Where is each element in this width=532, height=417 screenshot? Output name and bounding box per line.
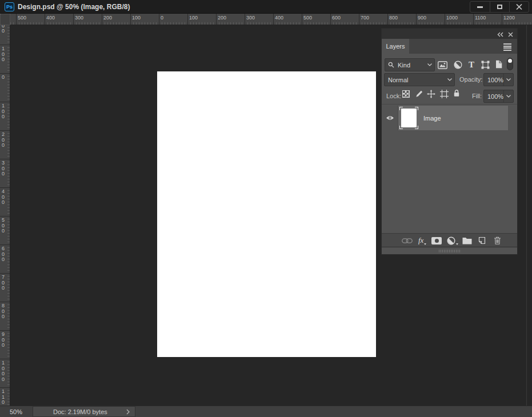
move-icon xyxy=(427,90,435,98)
close-icon xyxy=(516,4,522,10)
ruler-label: 600 xyxy=(332,15,341,21)
ruler-label: 900 xyxy=(2,332,6,348)
type-icon: T xyxy=(469,60,474,70)
layers-panel: Layers Kind T Norm xyxy=(382,29,517,254)
panel-menu-button[interactable] xyxy=(503,43,511,51)
lock-all-button[interactable] xyxy=(453,89,460,97)
image-icon xyxy=(438,61,447,69)
ruler-label: 900 xyxy=(418,15,426,21)
ruler-label: 100 xyxy=(2,46,6,63)
close-icon xyxy=(508,32,513,37)
vertical-ruler[interactable]: 2001000100200300400500600700800900100011… xyxy=(0,25,10,406)
panel-bottom-toolbar: fx xyxy=(382,233,517,247)
doc-info-box[interactable]: Doc: 2.19M/0 bytes xyxy=(33,406,135,417)
blend-mode-dropdown[interactable]: Normal xyxy=(384,73,455,86)
ruler-label: 1100 xyxy=(2,389,6,406)
ruler-corner-box[interactable] xyxy=(0,14,10,25)
lock-label: Lock: xyxy=(386,93,401,99)
shape-filter-button[interactable] xyxy=(481,61,490,69)
panel-close-button[interactable] xyxy=(508,31,513,38)
ruler-label: 1100 xyxy=(475,15,486,21)
lock-transparency-button[interactable] xyxy=(402,90,410,98)
link-layers-button[interactable] xyxy=(402,238,413,243)
toggle-pill-icon xyxy=(508,59,512,63)
ruler-label: 0 xyxy=(161,15,163,21)
doc-info: Doc: 2.19M/0 bytes xyxy=(53,408,107,415)
window-controls xyxy=(470,1,529,13)
chevron-down-icon xyxy=(506,95,511,98)
ruler-label: 800 xyxy=(389,15,398,21)
new-layer-icon xyxy=(478,236,486,244)
maximize-button[interactable] xyxy=(490,2,509,12)
panel-resize-grip[interactable] xyxy=(439,250,460,252)
zoom-level-field[interactable]: 50% xyxy=(0,406,33,417)
adjustment-filter-button[interactable] xyxy=(454,61,462,69)
eye-icon xyxy=(386,115,394,121)
close-button[interactable] xyxy=(509,2,529,12)
kind-filter-value: Kind xyxy=(394,62,425,69)
new-layer-button[interactable] xyxy=(478,236,486,244)
link-icon xyxy=(402,238,413,243)
titlebar[interactable]: Ps Design.psd @ 50% (Image, RGB/8) xyxy=(0,0,532,14)
document-canvas[interactable] xyxy=(157,71,376,357)
adjustment-layer-button[interactable] xyxy=(447,236,455,245)
ruler-label: 300 xyxy=(75,15,83,21)
ruler-label: 1000 xyxy=(446,15,458,21)
ruler-label: 500 xyxy=(18,15,26,21)
ruler-label: 100 xyxy=(2,103,6,120)
smart-object-filter-button[interactable] xyxy=(495,60,502,69)
layer-style-button[interactable]: fx xyxy=(418,236,423,245)
chevron-down-icon xyxy=(447,78,452,81)
photoshop-window: Ps Design.psd @ 50% (Image, RGB/8) 50040… xyxy=(0,0,532,417)
minimize-button[interactable] xyxy=(470,2,490,12)
artboard-icon xyxy=(440,90,449,98)
add-mask-button[interactable] xyxy=(431,237,442,244)
fill-combo[interactable]: 100% xyxy=(483,90,514,103)
lock-pixels-button[interactable] xyxy=(415,90,423,98)
ruler-label: 800 xyxy=(2,303,6,320)
fill-value: 100% xyxy=(484,93,503,100)
panel-header-strip xyxy=(382,29,517,39)
type-filter-button[interactable]: T xyxy=(469,60,474,70)
ruler-label: 1000 xyxy=(2,360,6,382)
panel-tab-bar: Layers xyxy=(382,39,517,54)
layer-row-content[interactable]: Image xyxy=(398,106,508,130)
brush-icon xyxy=(415,90,423,98)
mask-icon xyxy=(431,237,442,244)
lock-artboard-button[interactable] xyxy=(440,90,449,98)
panel-collapse-button[interactable] xyxy=(497,31,503,38)
page-icon xyxy=(495,60,502,69)
ruler-label: 500 xyxy=(303,15,312,21)
minimize-icon xyxy=(477,6,483,8)
kind-filter-dropdown[interactable]: Kind xyxy=(385,58,435,71)
delete-layer-button[interactable] xyxy=(494,236,501,244)
trash-icon xyxy=(494,236,501,244)
window-edge-divider xyxy=(526,25,527,406)
group-layers-button[interactable] xyxy=(462,237,472,244)
lock-position-button[interactable] xyxy=(427,90,435,98)
layer-row[interactable]: Image xyxy=(382,106,517,130)
ruler-label: 700 xyxy=(2,275,6,291)
panel-resize-strip[interactable] xyxy=(382,247,517,254)
zoom-level: 50% xyxy=(10,408,22,415)
shape-icon xyxy=(481,61,490,69)
ruler-label: 200 xyxy=(218,15,226,21)
fx-icon: fx xyxy=(418,236,423,245)
tab-layers[interactable]: Layers xyxy=(382,39,409,54)
ruler-label: 500 xyxy=(2,218,6,234)
layer-thumbnail[interactable] xyxy=(401,109,417,127)
visibility-toggle[interactable] xyxy=(382,106,398,130)
horizontal-ruler[interactable]: 5004003002001000100200300400500600700800… xyxy=(10,14,532,25)
ruler-label: 200 xyxy=(2,25,6,34)
opacity-combo[interactable]: 100% xyxy=(483,73,514,86)
pixel-filter-button[interactable] xyxy=(438,61,447,69)
layers-list[interactable]: Image xyxy=(382,104,517,233)
ruler-label: 1200 xyxy=(503,15,515,21)
folder-icon xyxy=(462,237,472,244)
ps-logo-icon: Ps xyxy=(5,2,14,11)
ruler-label: 400 xyxy=(2,189,6,206)
ruler-label: 400 xyxy=(275,15,283,21)
ruler-label: 300 xyxy=(246,15,255,21)
filter-toggle[interactable] xyxy=(507,58,513,70)
status-bar: 50% Doc: 2.19M/0 bytes xyxy=(0,406,532,417)
